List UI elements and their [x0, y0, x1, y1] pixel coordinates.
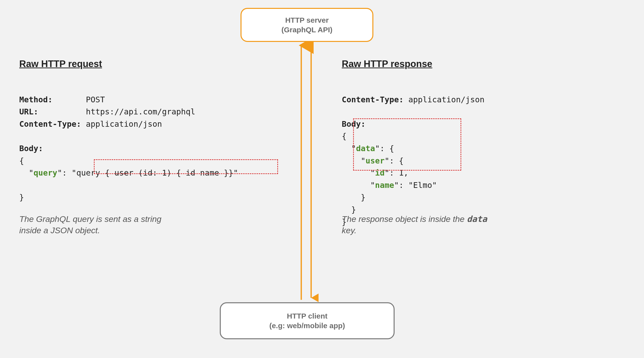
res-name-value: "Elmo" [408, 180, 437, 190]
req-query-sep: ": [57, 168, 72, 178]
client-title: HTTP client [287, 311, 328, 321]
server-title: HTTP server [285, 15, 329, 25]
server-subtitle: (GraphQL API) [282, 25, 332, 34]
res-ctype-label: Content-Type: [342, 95, 404, 104]
res-caption-mono: data [467, 214, 487, 224]
req-ctype-value: application/json [86, 119, 162, 129]
request-heading: Raw HTTP request [19, 59, 102, 69]
res-caption-b: key. [342, 226, 356, 235]
request-block: Method: POST URL: https://api.com/graphq… [19, 81, 281, 204]
client-node: HTTP client (e.g: web/mobile app) [220, 302, 394, 339]
res-name-prefix: " [342, 180, 375, 190]
req-brace-open: { [19, 156, 24, 166]
res-ctype-value: application/json [408, 95, 484, 104]
req-caption-line1: The GraphQL query is sent as a string [19, 214, 162, 224]
req-method-label: Method: [19, 95, 52, 104]
req-url-value: https://api.com/graphql [86, 107, 195, 116]
req-query-prefix: " [19, 168, 34, 178]
request-highlight-box [94, 159, 278, 174]
response-heading: Raw HTTP response [342, 59, 432, 69]
request-caption: The GraphQL query is sent as a string in… [19, 213, 222, 236]
req-brace-close: } [19, 192, 24, 202]
req-url-label: URL: [19, 107, 38, 116]
response-highlight-box [353, 118, 461, 171]
res-caption-a: The response object is inside the [342, 214, 467, 224]
res-name-key: name [375, 180, 394, 190]
req-method-value: POST [86, 95, 105, 104]
req-body-label: Body: [19, 144, 43, 153]
res-brace-open: { [342, 131, 346, 141]
client-subtitle: (e.g: web/mobile app) [270, 321, 345, 330]
req-ctype-label: Content-Type: [19, 119, 81, 129]
res-inner-close2: } [342, 205, 356, 214]
res-inner-close1: } [342, 192, 366, 202]
bidirectional-arrows [294, 41, 318, 302]
response-caption: The response object is inside the data k… [342, 213, 544, 236]
res-name-sep: ": [394, 180, 408, 190]
server-node: HTTP server (GraphQL API) [240, 8, 373, 42]
req-query-key: query [34, 168, 57, 178]
req-caption-line2: inside a JSON object. [19, 226, 100, 235]
